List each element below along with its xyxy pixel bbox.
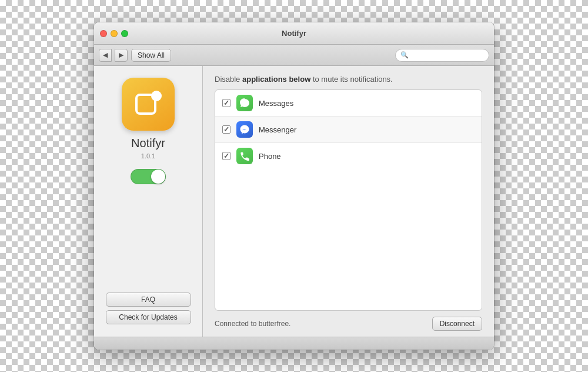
phone-label: Phone <box>259 152 281 161</box>
messages-app-icon <box>236 95 253 111</box>
main-window: Notifyr ◀ ▶ Show All 🔍 <box>94 22 494 350</box>
back-icon: ◀ <box>103 51 108 59</box>
phone-icon-svg <box>239 151 250 161</box>
close-button[interactable] <box>100 30 107 37</box>
desc-prefix: Disable <box>215 75 242 84</box>
check-updates-button[interactable]: Check for Updates <box>106 310 191 324</box>
phone-app-icon <box>236 148 253 164</box>
show-all-button[interactable]: Show All <box>131 49 171 62</box>
forward-icon: ▶ <box>119 51 123 59</box>
toggle-knob <box>151 170 165 184</box>
panel-footer: Connected to butterfree. Disconnect <box>203 311 494 337</box>
desc-emphasis: applications below <box>242 75 310 84</box>
check-icon: ✓ <box>223 99 229 107</box>
svg-point-2 <box>153 92 160 99</box>
back-button[interactable]: ◀ <box>99 49 112 62</box>
desc-suffix: to mute its notifications. <box>310 75 392 84</box>
sidebar: Notifyr 1.0.1 FAQ Check for Updates <box>94 66 203 337</box>
check-icon: ✓ <box>223 152 229 160</box>
main-content: Notifyr 1.0.1 FAQ Check for Updates Disa… <box>94 66 494 337</box>
panel-header: Disable applications below to mute its n… <box>203 66 494 89</box>
messages-label: Messages <box>259 99 293 108</box>
app-icon <box>122 78 175 131</box>
disconnect-button[interactable]: Disconnect <box>432 317 482 331</box>
messages-icon-svg <box>239 98 250 108</box>
maximize-button[interactable] <box>121 30 128 37</box>
list-item: ✓ Messenger <box>215 117 482 143</box>
window-title: Notifyr <box>282 29 306 38</box>
bottom-bar <box>94 337 494 350</box>
messenger-label: Messenger <box>259 125 296 134</box>
sidebar-app-version: 1.0.1 <box>141 152 155 160</box>
messenger-app-icon <box>236 121 253 138</box>
traffic-lights <box>100 30 128 37</box>
forward-button[interactable]: ▶ <box>115 49 128 62</box>
right-panel: Disable applications below to mute its n… <box>203 66 494 337</box>
toolbar: ◀ ▶ Show All 🔍 <box>94 45 494 66</box>
app-list: ✓ Messages ✓ <box>215 89 482 311</box>
connection-status: Connected to butterfree. <box>215 320 432 328</box>
search-input[interactable] <box>411 51 484 59</box>
sidebar-app-name: Notifyr <box>131 137 165 150</box>
phone-checkbox[interactable]: ✓ <box>222 152 230 160</box>
titlebar: Notifyr <box>94 22 494 45</box>
notifyr-icon-svg <box>131 87 166 122</box>
minimize-button[interactable] <box>111 30 118 37</box>
messenger-icon-svg <box>239 124 250 135</box>
toggle-container <box>131 169 166 184</box>
faq-button[interactable]: FAQ <box>106 293 191 307</box>
list-item: ✓ Messages <box>215 90 482 117</box>
search-icon: 🔍 <box>400 51 409 59</box>
panel-description: Disable applications below to mute its n… <box>215 75 482 84</box>
check-icon: ✓ <box>223 126 229 133</box>
messenger-checkbox[interactable]: ✓ <box>222 125 230 134</box>
enable-toggle[interactable] <box>131 169 166 184</box>
list-item: ✓ Phone <box>215 143 482 169</box>
search-box: 🔍 <box>395 49 489 62</box>
messages-checkbox[interactable]: ✓ <box>222 99 230 107</box>
